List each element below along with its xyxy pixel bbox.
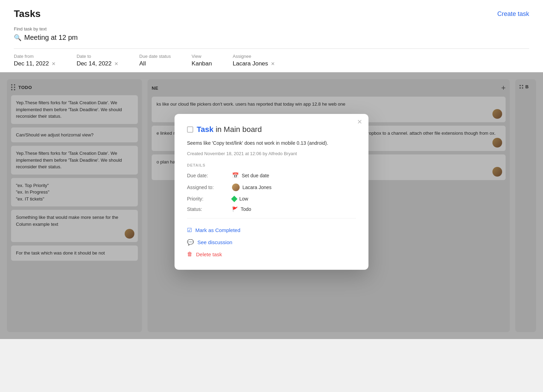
status-flag-icon: 🚩 (232, 206, 238, 212)
filter-date-to-label: Date to (77, 54, 118, 59)
header-top: Tasks Create task (14, 8, 529, 19)
filter-date-to-value: Dec 14, 2022 (77, 60, 112, 67)
detail-priority-value: Low (239, 196, 248, 202)
search-value: Meeting at 12 pm (24, 34, 78, 42)
detail-row-status: Status: 🚩 Todo (187, 206, 356, 212)
comment-icon: 💬 (187, 239, 194, 246)
detail-due-date-value[interactable]: Set due date (242, 173, 269, 178)
modal-close-button[interactable]: ✕ (357, 119, 362, 125)
detail-assigned-value: Lacara Jones (242, 185, 272, 190)
delete-task-label: Delete task (196, 251, 222, 257)
board-area: TODO Yep.These filters forks for 'Task C… (0, 72, 543, 339)
search-label: Find task by text (14, 26, 529, 32)
detail-row-priority: Priority: Low (187, 196, 356, 202)
see-discussion-label: See discussion (197, 239, 232, 245)
header: Tasks Create task Find task by text 🔍 Me… (0, 0, 543, 72)
search-section: Find task by text 🔍 Meeting at 12 pm (14, 26, 529, 42)
filter-view: View Kanban (192, 54, 233, 67)
detail-status-value: Todo (241, 206, 251, 212)
filter-assignee: Assignee Lacara Jones ✕ (233, 54, 282, 67)
modal-description: Seems like 'Copy text/link' does not wor… (187, 140, 356, 147)
modal-divider (187, 218, 356, 219)
create-task-button[interactable]: Create task (497, 10, 529, 18)
see-discussion-button[interactable]: 💬 See discussion (187, 236, 356, 248)
filters-row: Date from Dec 11, 2022 ✕ Date to Dec 14,… (14, 48, 529, 72)
detail-row-assigned: Assigned to: Lacara Jones (187, 184, 356, 191)
detail-status-label: Status: (187, 206, 232, 212)
filter-date-from-label: Date from (14, 54, 56, 59)
priority-diamond-icon (231, 196, 237, 202)
modal-details-label: DETAILS (187, 163, 356, 167)
delete-task-button[interactable]: 🗑 Delete task (187, 248, 356, 260)
modal-title-task: Task (197, 125, 214, 134)
mark-completed-label: Mark as Completed (195, 227, 240, 233)
detail-due-date-label: Due date: (187, 173, 232, 178)
page-title: Tasks (14, 8, 41, 19)
filter-date-to: Date to Dec 14, 2022 ✕ (77, 54, 139, 67)
filter-due-date-value: All (139, 60, 171, 67)
clear-assignee-button[interactable]: ✕ (271, 61, 275, 66)
detail-assigned-label: Assigned to: (187, 185, 232, 190)
task-checkbox[interactable] (187, 126, 193, 133)
filter-date-from: Date from Dec 11, 2022 ✕ (14, 54, 77, 67)
filter-assignee-value: Lacara Jones (233, 60, 268, 67)
modal-title: Task in Main board (197, 125, 262, 134)
calendar-icon: 📅 (232, 172, 239, 179)
clear-date-from-button[interactable]: ✕ (52, 61, 56, 66)
assignee-avatar (232, 184, 240, 191)
modal-overlay[interactable]: ✕ Task in Main board Seems like 'Copy te… (0, 72, 543, 339)
filter-view-value: Kanban (192, 60, 212, 67)
task-detail-modal: ✕ Task in Main board Seems like 'Copy te… (175, 114, 368, 270)
filter-due-date-status: Due date status All (139, 54, 192, 67)
trash-icon: 🗑 (187, 251, 193, 257)
detail-priority-label: Priority: (187, 196, 232, 202)
filter-due-date-label: Due date status (139, 54, 171, 59)
filter-date-from-value: Dec 11, 2022 (14, 60, 49, 67)
search-row: 🔍 Meeting at 12 pm (14, 34, 529, 42)
clear-date-to-button[interactable]: ✕ (114, 61, 118, 66)
mark-completed-button[interactable]: ☑ Mark as Completed (187, 224, 356, 236)
detail-row-due-date: Due date: 📅 Set due date (187, 172, 356, 179)
modal-meta: Created November 18, 2021 at 12:06 by Al… (187, 151, 356, 156)
filter-assignee-label: Assignee (233, 54, 275, 59)
filter-view-label: View (192, 54, 212, 59)
modal-title-row: Task in Main board (187, 125, 356, 134)
search-icon: 🔍 (14, 34, 21, 42)
modal-title-rest: in Main board (214, 125, 262, 134)
check-square-icon: ☑ (187, 227, 192, 233)
